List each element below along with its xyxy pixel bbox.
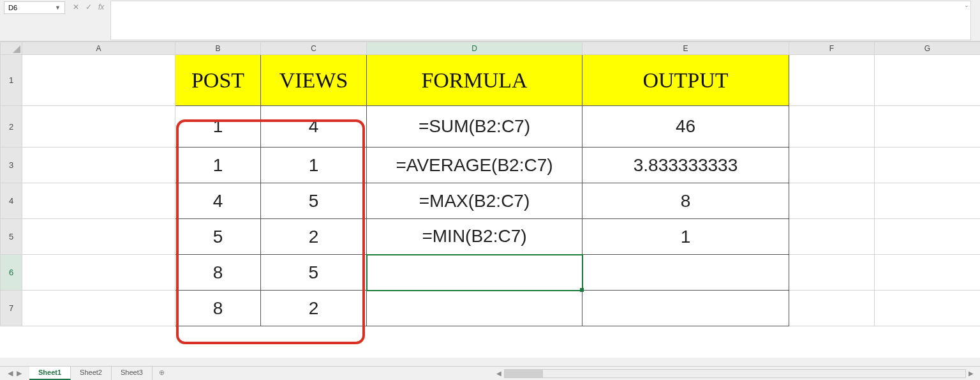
cell-C6[interactable]: 5 [261, 255, 367, 291]
column-header-E[interactable]: E [583, 42, 789, 55]
row-header-1[interactable]: 1 [1, 55, 22, 106]
enter-icon[interactable]: ✓ [85, 3, 92, 11]
row-header-3[interactable]: 3 [1, 148, 22, 183]
cell-D2[interactable]: =SUM(B2:C7) [367, 106, 583, 148]
fx-icon[interactable]: fx [98, 3, 104, 11]
cell-F3[interactable] [789, 148, 875, 183]
row-header-5[interactable]: 5 [1, 219, 22, 255]
select-all-corner[interactable] [1, 42, 22, 55]
row-header-2[interactable]: 2 [1, 106, 22, 148]
cell-C5[interactable]: 2 [261, 219, 367, 255]
cell-D5[interactable]: =MIN(B2:C7) [367, 219, 583, 255]
cell-D4[interactable]: =MAX(B2:C7) [367, 183, 583, 219]
cell-C3[interactable]: 1 [261, 148, 367, 183]
sheet-tab-sheet3[interactable]: Sheet3 [112, 367, 152, 380]
cell-A3[interactable] [22, 148, 175, 183]
cell-B2[interactable]: 1 [175, 106, 261, 148]
cell-F4[interactable] [789, 183, 875, 219]
cell-G1[interactable] [875, 55, 981, 106]
cell-E4[interactable]: 8 [583, 183, 789, 219]
scroll-right-icon[interactable]: ▶ [966, 370, 976, 377]
column-header-B[interactable]: B [175, 42, 261, 55]
cell-E7[interactable] [583, 291, 789, 326]
cell-G6[interactable] [875, 255, 981, 291]
column-header-G[interactable]: G [875, 42, 981, 55]
cell-E6[interactable] [583, 255, 789, 291]
cell-G5[interactable] [875, 219, 981, 255]
column-header-D[interactable]: D [367, 42, 583, 55]
cell-B7[interactable]: 8 [175, 291, 261, 326]
scroll-thumb[interactable] [505, 370, 543, 377]
row-header-7[interactable]: 7 [1, 291, 22, 326]
column-header-C[interactable]: C [261, 42, 367, 55]
cell-B1[interactable]: POST [175, 55, 261, 106]
cell-A1[interactable] [22, 55, 175, 106]
cell-A6[interactable] [22, 255, 175, 291]
horizontal-scrollbar[interactable]: ◀ ▶ [490, 367, 980, 380]
sheet-nav-next-icon[interactable]: ▶ [17, 369, 22, 377]
cell-B4[interactable]: 4 [175, 183, 261, 219]
column-header-F[interactable]: F [789, 42, 875, 55]
cell-E1[interactable]: OUTPUT [583, 55, 789, 106]
cell-G4[interactable] [875, 183, 981, 219]
cell-D1[interactable]: FORMULA [367, 55, 583, 106]
formula-bar-expand-icon[interactable]: ⌄ [964, 2, 969, 8]
formula-bar-buttons: ✕ ✓ fx [68, 0, 109, 14]
cell-F6[interactable] [789, 255, 875, 291]
cell-G2[interactable] [875, 106, 981, 148]
cell-A4[interactable] [22, 183, 175, 219]
cell-F5[interactable] [789, 219, 875, 255]
cell-C7[interactable]: 2 [261, 291, 367, 326]
formula-bar-row: D6 ▼ ✕ ✓ fx ⌄ [0, 0, 980, 42]
cell-E2[interactable]: 46 [583, 106, 789, 148]
cell-G3[interactable] [875, 148, 981, 183]
cell-F1[interactable] [789, 55, 875, 106]
cell-A7[interactable] [22, 291, 175, 326]
column-header-A[interactable]: A [22, 42, 175, 55]
add-sheet-button[interactable]: ⊕ [152, 367, 171, 380]
cell-A5[interactable] [22, 219, 175, 255]
sheet-tab-sheet2[interactable]: Sheet2 [71, 367, 112, 380]
cell-B6[interactable]: 8 [175, 255, 261, 291]
cell-D3[interactable]: =AVERAGE(B2:C7) [367, 148, 583, 183]
row-header-6[interactable]: 6 [1, 255, 22, 291]
cell-E3[interactable]: 3.833333333 [583, 148, 789, 183]
scroll-left-icon[interactable]: ◀ [494, 370, 504, 377]
cancel-icon[interactable]: ✕ [73, 3, 79, 11]
cell-C1[interactable]: VIEWS [261, 55, 367, 106]
name-box[interactable]: D6 ▼ [4, 1, 65, 14]
sheet-nav-buttons[interactable]: ◀ ▶ [0, 367, 29, 380]
cell-C4[interactable]: 5 [261, 183, 367, 219]
cell-F2[interactable] [789, 106, 875, 148]
cell-C2[interactable]: 4 [261, 106, 367, 148]
name-box-dropdown-icon[interactable]: ▼ [55, 4, 61, 11]
spreadsheet-grid[interactable]: ABCDEFG1POSTVIEWSFORMULAOUTPUT214=SUM(B2… [0, 42, 980, 358]
cell-B5[interactable]: 5 [175, 219, 261, 255]
sheet-tab-sheet1[interactable]: Sheet1 [29, 367, 71, 380]
cell-E5[interactable]: 1 [583, 219, 789, 255]
sheet-tab-bar: ◀ ▶ Sheet1Sheet2Sheet3 ⊕ ◀ ▶ [0, 366, 980, 380]
cell-A2[interactable] [22, 106, 175, 148]
name-box-value: D6 [8, 4, 17, 11]
cell-B3[interactable]: 1 [175, 148, 261, 183]
cell-F7[interactable] [789, 291, 875, 326]
cell-D6[interactable] [367, 255, 583, 291]
sheet-nav-prev-icon[interactable]: ◀ [8, 369, 13, 377]
formula-bar-input[interactable]: ⌄ [110, 1, 971, 40]
scroll-track[interactable] [504, 369, 966, 378]
row-header-4[interactable]: 4 [1, 183, 22, 219]
cell-D7[interactable] [367, 291, 583, 326]
cell-G7[interactable] [875, 291, 981, 326]
